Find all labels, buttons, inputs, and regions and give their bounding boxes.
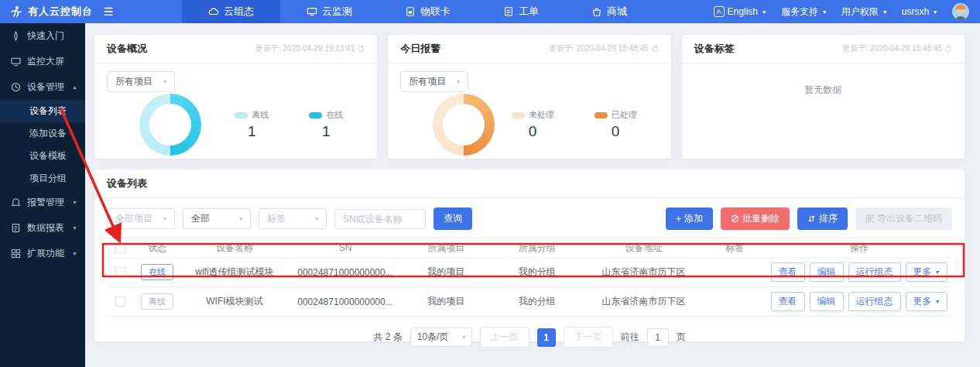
today-alarm-card: 今日报警 更新于: 2020-04-29 18:48:45 所有项目 ▼ 未处理 [388, 35, 670, 159]
goto-unit-label: 页 [677, 331, 686, 344]
search-input[interactable] [334, 209, 426, 229]
compass-icon [11, 31, 21, 41]
brand-area: 有人云控制台 ☰ [0, 0, 182, 23]
chevron-down-icon: ▼ [821, 9, 827, 15]
main-content: 设备概况 更新于: 2020-04-29 19:13:41 所有项目 ▼ 离线 [85, 23, 980, 367]
device-name: wifi透传组测试模块 [181, 266, 288, 279]
tab-label: 工单 [519, 5, 539, 19]
edit-button[interactable]: 编辑 [810, 262, 844, 282]
sidebar-item-data-report[interactable]: 数据报表 ▼ [0, 215, 85, 241]
chevron-down-icon: ▼ [72, 225, 77, 231]
legend-swatch [512, 112, 525, 118]
tab-iot-card[interactable]: 物联卡 [379, 0, 477, 23]
tab-cloud-monitor[interactable]: 云监测 [280, 0, 379, 23]
goto-label: 前往 [621, 331, 639, 344]
device-address: 山东省济南市历下区 [584, 266, 703, 279]
batch-delete-button[interactable]: 批量删除 [721, 208, 790, 230]
delete-icon [731, 214, 739, 223]
menu-toggle-icon[interactable]: ☰ [104, 6, 114, 17]
tag-filter-select[interactable]: 标签 ▼ [259, 208, 327, 229]
row-checkbox[interactable] [115, 267, 125, 277]
device-project: 我的项目 [403, 266, 489, 279]
button-label: 排序 [819, 212, 838, 225]
project-filter-select[interactable]: 所有项目 ▼ [107, 71, 175, 92]
language-switcher[interactable]: A English ▼ [714, 6, 767, 17]
tab-work-order[interactable]: 工单 [477, 0, 565, 23]
run-config-button[interactable]: 运行组态 [848, 262, 901, 282]
next-page-button[interactable]: 下一页 [564, 327, 613, 348]
tab-label: 云监测 [322, 5, 352, 19]
permissions-menu[interactable]: 用户权限 ▼ [841, 5, 888, 19]
updated-timestamp: 更新于: 2020-04-29 18:48:45 [843, 43, 952, 54]
select-value: 所有项目 [409, 75, 446, 88]
device-tags-card: 设备标签 更新于: 2020-04-29 18:48:45 暂无数据 [682, 35, 965, 159]
refresh-icon[interactable] [651, 45, 659, 53]
legend-value: 1 [235, 123, 269, 140]
sidebar-label: 快速入门 [27, 29, 64, 43]
select-all-checkbox[interactable] [115, 243, 125, 253]
add-button[interactable]: + 添加 [666, 208, 713, 230]
search-button[interactable]: 查询 [433, 208, 472, 230]
sidebar-item-device-template[interactable]: 设备模板 [0, 145, 85, 167]
table-header-row: 状态 设备名称 SN 所属项目 所属分组 设备地址 标签 操作 [107, 238, 952, 258]
legend-swatch [235, 112, 248, 118]
column-header-address: 设备地址 [584, 242, 703, 255]
total-count: 共 2 条 [373, 331, 402, 344]
legend-label: 在线 [326, 109, 343, 121]
sidebar-label: 项目分组 [29, 172, 67, 185]
sort-button[interactable]: 排序 [797, 208, 848, 230]
sidebar-label: 设备列表 [29, 105, 67, 118]
sidebar-item-monitor-screen[interactable]: 监控大屏 [0, 49, 85, 74]
view-button[interactable]: 查看 [771, 262, 805, 282]
mall-icon [591, 6, 602, 17]
tab-mall[interactable]: 商城 [565, 0, 653, 23]
sidebar-item-device-list[interactable]: 设备列表 [0, 100, 85, 122]
updated-text: 更新于: 2020-04-29 18:48:45 [549, 43, 648, 54]
empty-data-text: 暂无数据 [694, 71, 952, 97]
goto-page-input[interactable] [647, 328, 669, 347]
card-title: 设备标签 [694, 42, 735, 56]
sidebar-item-device-manage[interactable]: 设备管理 ▲ [0, 74, 85, 100]
page-size-select[interactable]: 10条/页 ▼ [410, 328, 472, 347]
table-row: 离线 WIFI模块测试 00024871000000000... 我的项目 我的… [107, 287, 952, 317]
edit-button[interactable]: 编辑 [810, 292, 844, 311]
user-menu[interactable]: usrsxh ▼ [902, 6, 938, 17]
sidebar-item-add-device[interactable]: 添加设备 [0, 122, 85, 145]
current-page-button[interactable]: 1 [537, 328, 556, 347]
monitor-icon [307, 6, 317, 17]
pagination: 共 2 条 10条/页 ▼ 上一页 1 下一页 前往 页 [94, 317, 965, 358]
status-filter-select[interactable]: 全部 ▼ [183, 208, 251, 229]
refresh-icon[interactable] [357, 45, 365, 53]
view-button[interactable]: 查看 [771, 292, 805, 311]
avatar[interactable] [952, 3, 969, 20]
sidebar-label: 添加设备 [29, 127, 67, 140]
device-list-card: 设备列表 全部项目 ▼ 全部 ▼ 标签 ▼ 查询 + 添加 [94, 170, 965, 341]
sidebar-item-project-group[interactable]: 项目分组 [0, 167, 85, 190]
sidebar-item-extend-func[interactable]: 扩展功能 ▼ [0, 241, 85, 266]
sidebar-item-alarm-manage[interactable]: 报警管理 ▼ [0, 190, 85, 215]
button-label: 导出设备二维码 [877, 212, 942, 225]
more-button[interactable]: 更多▼ [906, 262, 948, 282]
qr-code-icon [865, 214, 874, 223]
logo-icon [9, 5, 22, 18]
prev-page-button[interactable]: 上一页 [480, 327, 529, 348]
sidebar-label: 监控大屏 [27, 55, 64, 68]
language-icon: A [714, 6, 725, 17]
more-button[interactable]: 更多▼ [906, 292, 948, 311]
column-header-project: 所属项目 [403, 242, 489, 255]
legend-label: 未处理 [529, 109, 554, 121]
card-title: 设备概况 [107, 42, 147, 56]
support-menu[interactable]: 服务支持 ▼ [781, 5, 828, 19]
refresh-icon[interactable] [944, 45, 952, 53]
status-badge: 在线 [141, 264, 173, 280]
device-sn: 00024871000000000... [288, 267, 403, 278]
tab-cloud-config[interactable]: 云组态 [182, 0, 280, 23]
export-qr-button[interactable]: 导出设备二维码 [855, 208, 952, 230]
tab-label: 物联卡 [420, 5, 451, 19]
sidebar-item-quick-start[interactable]: 快速入门 [0, 23, 85, 49]
row-checkbox[interactable] [115, 297, 125, 307]
project-filter-select[interactable]: 全部项目 ▼ [107, 208, 175, 229]
updated-timestamp: 更新于: 2020-04-29 18:48:45 [549, 43, 658, 54]
run-config-button[interactable]: 运行组态 [848, 292, 901, 311]
project-filter-select[interactable]: 所有项目 ▼ [400, 71, 468, 92]
